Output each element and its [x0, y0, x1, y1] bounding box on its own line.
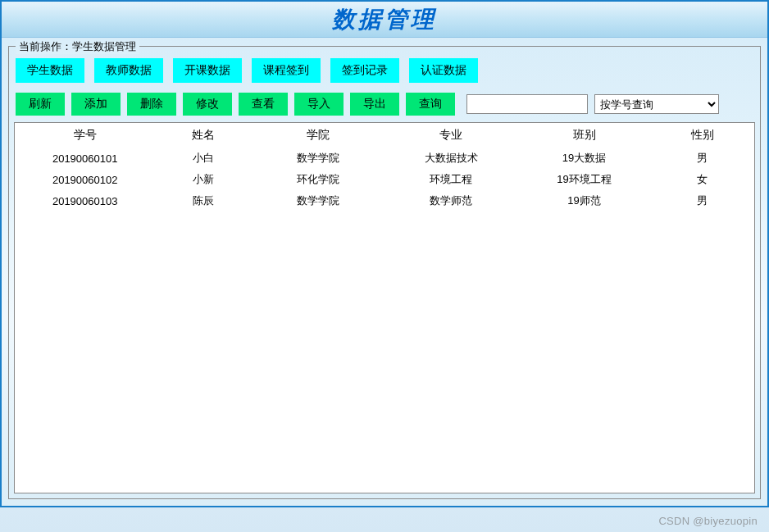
cell-gender: 女 [651, 169, 754, 190]
table-container[interactable]: 学号 姓名 学院 专业 班别 性别 20190060101 小白 数学学院 [14, 122, 755, 493]
col-header-name[interactable]: 姓名 [155, 123, 251, 148]
data-table: 学号 姓名 学院 专业 班别 性别 20190060101 小白 数学学院 [15, 123, 754, 211]
search-input[interactable] [466, 94, 588, 114]
watermark-text: CSDN @biyezuopin [658, 515, 758, 527]
col-header-class[interactable]: 班别 [517, 123, 650, 148]
group-label-prefix: 当前操作： [19, 40, 72, 52]
body-area: 当前操作：学生数据管理 学生数据 教师数据 开课数据 课程签到 签到记录 认证数… [2, 38, 767, 506]
cell-major: 环境工程 [384, 169, 517, 190]
import-button[interactable]: 导入 [294, 93, 344, 116]
cell-college: 数学学院 [252, 148, 384, 169]
window-frame: 数据管理 当前操作：学生数据管理 学生数据 教师数据 开课数据 课程签到 签到记… [0, 0, 769, 507]
col-header-id[interactable]: 学号 [15, 123, 155, 148]
delete-button[interactable]: 删除 [127, 93, 176, 116]
cell-id: 20190060103 [15, 190, 155, 211]
edit-button[interactable]: 修改 [183, 93, 232, 116]
main-groupbox: 当前操作：学生数据管理 学生数据 教师数据 开课数据 课程签到 签到记录 认证数… [8, 46, 761, 499]
col-header-gender[interactable]: 性别 [651, 123, 754, 148]
tab-student-data[interactable]: 学生数据 [16, 58, 84, 83]
table-row[interactable]: 20190060103 陈辰 数学学院 数学师范 19师范 男 [15, 190, 754, 211]
group-label: 当前操作：学生数据管理 [16, 39, 139, 54]
cell-gender: 男 [651, 148, 754, 169]
cell-name: 小白 [155, 148, 251, 169]
cell-major: 数学师范 [384, 190, 517, 211]
cell-major: 大数据技术 [384, 148, 517, 169]
table-header-row: 学号 姓名 学院 专业 班别 性别 [15, 123, 754, 148]
table-row[interactable]: 20190060102 小新 环化学院 环境工程 19环境工程 女 [15, 169, 754, 190]
cell-college: 环化学院 [252, 169, 384, 190]
window-title: 数据管理 [332, 4, 437, 35]
col-header-college[interactable]: 学院 [252, 123, 384, 148]
cell-id: 20190060102 [15, 169, 155, 190]
refresh-button[interactable]: 刷新 [16, 93, 65, 116]
table-body: 20190060101 小白 数学学院 大数据技术 19大数据 男 201900… [15, 148, 754, 211]
tab-course-signin[interactable]: 课程签到 [252, 58, 321, 83]
query-button[interactable]: 查询 [406, 93, 455, 116]
title-bar: 数据管理 [2, 2, 767, 38]
cell-name: 小新 [155, 169, 251, 190]
tab-teacher-data[interactable]: 教师数据 [94, 58, 163, 83]
current-operation: 学生数据管理 [72, 40, 136, 52]
cell-college: 数学学院 [252, 190, 384, 211]
tab-row: 学生数据 教师数据 开课数据 课程签到 签到记录 认证数据 [14, 58, 755, 83]
tab-signin-record[interactable]: 签到记录 [330, 58, 399, 83]
view-button[interactable]: 查看 [239, 93, 288, 116]
action-row: 刷新 添加 删除 修改 查看 导入 导出 查询 按学号查询 [14, 93, 755, 116]
cell-class: 19大数据 [517, 148, 650, 169]
table-row[interactable]: 20190060101 小白 数学学院 大数据技术 19大数据 男 [15, 148, 754, 169]
cell-name: 陈辰 [155, 190, 251, 211]
export-button[interactable]: 导出 [350, 93, 399, 116]
cell-class: 19师范 [517, 190, 650, 211]
tab-course-data[interactable]: 开课数据 [173, 58, 242, 83]
search-mode-select[interactable]: 按学号查询 [594, 94, 719, 114]
col-header-major[interactable]: 专业 [384, 123, 517, 148]
cell-gender: 男 [651, 190, 754, 211]
tab-auth-data[interactable]: 认证数据 [409, 58, 478, 83]
cell-id: 20190060101 [15, 148, 155, 169]
add-button[interactable]: 添加 [71, 93, 121, 116]
cell-class: 19环境工程 [517, 169, 650, 190]
